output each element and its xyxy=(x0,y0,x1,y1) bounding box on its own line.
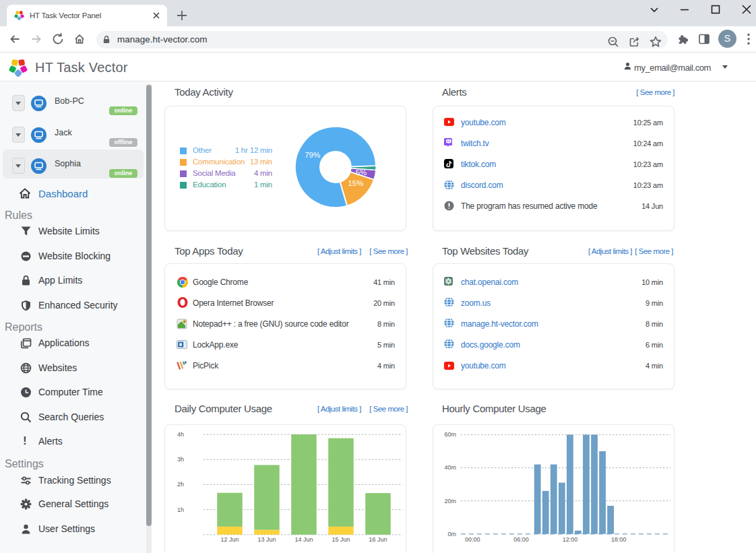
svg-text:12 Jun: 12 Jun xyxy=(220,536,239,543)
svg-text:0m: 0m xyxy=(447,531,456,538)
svg-text:60m: 60m xyxy=(444,431,456,438)
svg-text:1h: 1h xyxy=(177,507,184,513)
svg-text:15 Jun: 15 Jun xyxy=(332,536,350,543)
svg-text:15%: 15% xyxy=(348,179,363,187)
svg-text:06:00: 06:00 xyxy=(513,536,529,543)
svg-text:18:00: 18:00 xyxy=(611,536,627,543)
svg-text:4h: 4h xyxy=(177,431,184,438)
svg-text:40m: 40m xyxy=(444,464,456,471)
svg-text:00:00: 00:00 xyxy=(465,536,480,543)
svg-text:20m: 20m xyxy=(444,498,456,505)
svg-text:5%: 5% xyxy=(356,168,367,176)
svg-text:2h: 2h xyxy=(177,481,184,488)
svg-text:79%: 79% xyxy=(305,151,320,159)
svg-text:3h: 3h xyxy=(177,456,184,463)
svg-text:16 Jun: 16 Jun xyxy=(369,536,387,543)
svg-text:14 Jun: 14 Jun xyxy=(294,536,313,543)
svg-text:12:00: 12:00 xyxy=(563,536,578,543)
svg-text:13 Jun: 13 Jun xyxy=(257,536,276,543)
